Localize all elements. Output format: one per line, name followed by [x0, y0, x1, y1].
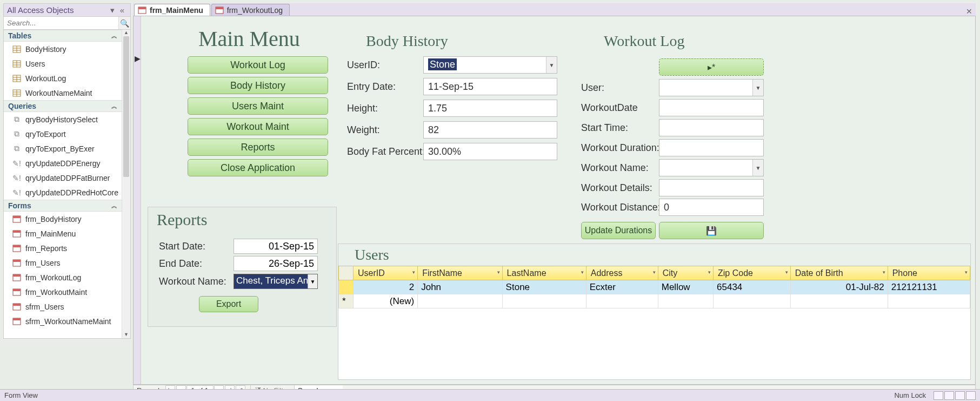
- collapse-icon[interactable]: ︽: [111, 202, 117, 210]
- weight-input[interactable]: [423, 121, 557, 139]
- cell-lastname[interactable]: Stone: [502, 280, 586, 294]
- collapse-icon[interactable]: ︽: [111, 102, 117, 110]
- column-dropdown-icon[interactable]: ▾: [785, 269, 788, 275]
- wl-details-input[interactable]: [659, 179, 764, 196]
- wl-distance-input[interactable]: [659, 199, 764, 216]
- tab-frm_mainmenu[interactable]: frm_MainMenu: [134, 4, 210, 16]
- table-row[interactable]: 2 John Stone Ecxter Mellow 65434 01-Jul-…: [339, 280, 970, 294]
- wl-name-combo[interactable]: ▼: [659, 159, 764, 176]
- nav-item-workoutnamemaint[interactable]: WorkoutNameMaint: [4, 86, 122, 100]
- scroll-down-icon[interactable]: ▼: [122, 332, 130, 338]
- nav-item-sfrm_workoutnamemaint[interactable]: sfrm_WorkoutNameMaint: [4, 314, 122, 328]
- scroll-up-icon[interactable]: ▲: [122, 30, 130, 36]
- rp-end-input[interactable]: [234, 256, 318, 271]
- rp-workout-combo[interactable]: Chest, Triceps An ▼: [234, 274, 318, 289]
- view-form-icon[interactable]: [934, 391, 943, 400]
- row-selector[interactable]: *: [339, 294, 354, 308]
- dropdown-icon[interactable]: ▼: [308, 274, 317, 288]
- nav-item-qrytoexport_byexer[interactable]: ⧉qryToExport_ByExer: [4, 141, 122, 156]
- nav-item-frm_bodyhistory[interactable]: frm_BodyHistory: [4, 212, 122, 226]
- nav-collapse-icon[interactable]: «: [117, 5, 127, 15]
- column-userid[interactable]: UserID▾: [354, 266, 418, 280]
- table-row-new[interactable]: * (New): [339, 294, 970, 308]
- nav-item-workoutlog[interactable]: WorkoutLog: [4, 71, 122, 86]
- column-dropdown-icon[interactable]: ▾: [581, 269, 584, 275]
- nav-item-qryupdateddpenergy[interactable]: ✎!qryUpdateDDPEnergy: [4, 156, 122, 170]
- cell-phone[interactable]: 212121131: [888, 280, 970, 294]
- nav-item-bodyhistory[interactable]: BodyHistory: [4, 42, 122, 56]
- cell-new[interactable]: (New): [354, 294, 418, 308]
- entrydate-input[interactable]: [423, 78, 557, 95]
- view-design-icon[interactable]: [966, 391, 976, 400]
- wl-date-input[interactable]: [659, 99, 764, 116]
- nav-dropdown-icon[interactable]: ▾: [108, 5, 117, 15]
- column-dropdown-icon[interactable]: ▾: [653, 269, 656, 275]
- cell-userid[interactable]: 2: [354, 280, 418, 294]
- row-header-corner[interactable]: [339, 266, 354, 280]
- wl-start-input[interactable]: [659, 119, 764, 136]
- column-dropdown-icon[interactable]: ▾: [412, 269, 415, 275]
- nav-item-qrybodyhistoryselect[interactable]: ⧉qryBodyHistorySelect: [4, 112, 122, 127]
- nav-item-users[interactable]: Users: [4, 56, 122, 71]
- nav-item-frm_reports[interactable]: frm_Reports: [4, 241, 122, 255]
- view-layout-icon[interactable]: [955, 391, 965, 400]
- cell-zip[interactable]: 65434: [714, 280, 791, 294]
- nav-section-queries[interactable]: Queries︽: [4, 100, 122, 112]
- close-tab-icon[interactable]: ✕: [963, 7, 976, 16]
- scroll-thumb[interactable]: [123, 36, 129, 177]
- column-city[interactable]: City▾: [658, 266, 713, 280]
- column-date-of-birth[interactable]: Date of Birth▾: [790, 266, 888, 280]
- nav-section-forms[interactable]: Forms︽: [4, 200, 122, 212]
- bodyfat-input[interactable]: [423, 143, 557, 160]
- column-lastname[interactable]: LastName▾: [502, 266, 586, 280]
- nav-item-sfrm_users[interactable]: sfrm_Users: [4, 299, 122, 314]
- search-icon[interactable]: 🔍: [118, 17, 130, 29]
- column-firstname[interactable]: FirstName▾: [418, 266, 502, 280]
- nav-item-qrytoexport[interactable]: ⧉qryToExport: [4, 127, 122, 141]
- nav-scrollbar[interactable]: ▲ ▼: [122, 30, 130, 338]
- height-input[interactable]: [423, 100, 557, 117]
- workout-maint-button[interactable]: Workout Maint: [188, 118, 328, 135]
- users-maint-button[interactable]: Users Maint: [188, 97, 328, 115]
- cell-firstname[interactable]: John: [418, 280, 502, 294]
- cell-city[interactable]: Mellow: [658, 280, 713, 294]
- column-dropdown-icon[interactable]: ▾: [708, 269, 711, 275]
- tab-frm_workoutlog[interactable]: frm_WorkoutLog: [211, 4, 290, 16]
- close-application-button[interactable]: Close Application: [188, 159, 328, 176]
- wl-user-combo[interactable]: ▼: [659, 79, 764, 96]
- save-button[interactable]: 💾: [659, 222, 764, 239]
- column-dropdown-icon[interactable]: ▾: [497, 269, 500, 275]
- workout-log-button[interactable]: Workout Log: [188, 56, 328, 74]
- shutter-bar[interactable]: ▶: [134, 16, 141, 384]
- update-durations-button[interactable]: Update Durations: [581, 222, 656, 239]
- column-zip-code[interactable]: Zip Code▾: [714, 266, 791, 280]
- export-button[interactable]: Export: [199, 296, 258, 312]
- rp-start-input[interactable]: [234, 239, 318, 254]
- column-phone[interactable]: Phone▾: [888, 266, 970, 280]
- nav-item-frm_workoutlog[interactable]: frm_WorkoutLog: [4, 270, 122, 285]
- wl-duration-input[interactable]: [659, 139, 764, 156]
- nav-section-tables[interactable]: Tables︽: [4, 30, 122, 42]
- view-datasheet-icon[interactable]: [944, 391, 954, 400]
- column-dropdown-icon[interactable]: ▾: [965, 269, 968, 275]
- nav-item-frm_workoutmaint[interactable]: frm_WorkoutMaint: [4, 285, 122, 299]
- users-grid[interactable]: UserID▾FirstName▾LastName▾Address▾City▾Z…: [338, 266, 970, 308]
- cell-dob[interactable]: 01-Jul-82: [790, 280, 888, 294]
- body-history-button[interactable]: Body History: [188, 77, 328, 94]
- nav-item-frm_users[interactable]: frm_Users: [4, 255, 122, 270]
- collapse-icon[interactable]: ︽: [111, 32, 117, 40]
- nav-item-qryupdateddpredhotcore[interactable]: ✎!qryUpdateDDPRedHotCore: [4, 185, 122, 200]
- nav-search-input[interactable]: [4, 17, 118, 29]
- reports-button[interactable]: Reports: [188, 139, 328, 156]
- nav-header[interactable]: All Access Objects ▾ «: [4, 4, 130, 17]
- row-selector[interactable]: [339, 280, 354, 294]
- workout-new-button[interactable]: ▸*: [659, 58, 764, 76]
- nav-item-frm_mainmenu[interactable]: frm_MainMenu: [4, 226, 122, 241]
- dropdown-icon[interactable]: ▼: [546, 57, 557, 73]
- column-address[interactable]: Address▾: [586, 266, 658, 280]
- userid-combo[interactable]: Stone ▼: [423, 56, 557, 74]
- cell-address[interactable]: Ecxter: [586, 280, 658, 294]
- column-dropdown-icon[interactable]: ▾: [883, 269, 885, 275]
- dropdown-icon[interactable]: ▼: [752, 80, 763, 96]
- nav-item-qryupdateddpfatburner[interactable]: ✎!qryUpdateDDPFatBurner: [4, 170, 122, 185]
